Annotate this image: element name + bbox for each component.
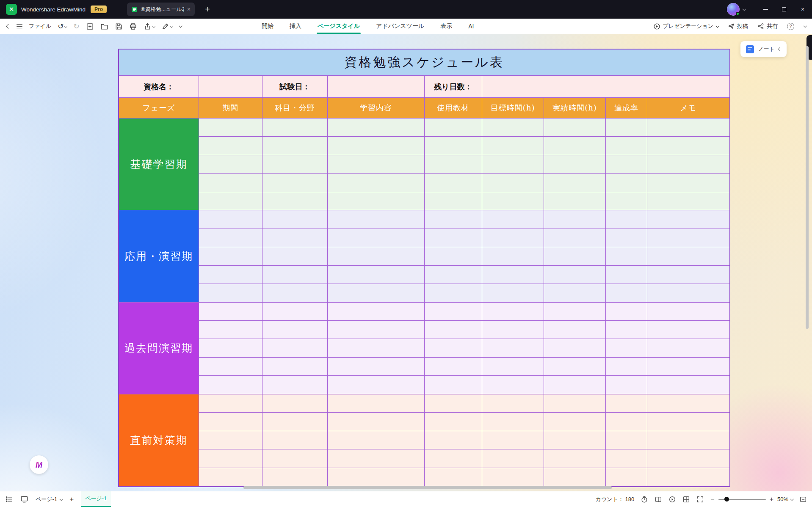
data-cell[interactable] [262,303,328,321]
data-cell[interactable] [544,358,606,376]
data-cell[interactable] [482,192,544,210]
data-cell[interactable] [328,229,425,247]
data-cell[interactable] [262,137,328,155]
phase-label-1[interactable]: 応用・演習期 [119,210,199,302]
data-cell[interactable] [606,192,647,210]
data-cell[interactable] [199,210,262,229]
fit-page-icon[interactable] [799,496,807,503]
data-cell[interactable] [328,247,425,265]
data-cell[interactable] [606,118,647,137]
fullscreen-icon[interactable] [696,496,704,503]
data-cell[interactable] [199,229,262,247]
data-cell[interactable] [647,229,729,247]
data-cell[interactable] [647,284,729,302]
data-cell[interactable] [328,174,425,192]
data-cell[interactable] [482,155,544,174]
data-cell[interactable] [482,394,544,413]
info-days-value[interactable] [482,76,729,98]
data-cell[interactable] [262,174,328,192]
data-cell[interactable] [199,394,262,413]
menu-view[interactable]: 表示 [440,19,452,34]
data-cell[interactable] [647,137,729,155]
data-cell[interactable] [606,174,647,192]
data-cell[interactable] [425,192,482,210]
data-cell[interactable] [606,449,647,468]
export-chevron-icon[interactable] [152,25,155,28]
data-cell[interactable] [199,247,262,265]
page-tab[interactable]: ページ-1 [81,491,111,507]
data-cell[interactable] [647,394,729,413]
hamburger-menu-icon[interactable] [17,24,22,29]
document-tab[interactable]: ⑧資格勉...ュール表 × [127,3,195,16]
new-page-button[interactable] [86,22,94,30]
data-cell[interactable] [482,247,544,265]
data-cell[interactable] [199,468,262,486]
data-cell[interactable] [606,358,647,376]
data-cell[interactable] [425,394,482,413]
data-cell[interactable] [425,137,482,155]
data-cell[interactable] [544,303,606,321]
help-button[interactable]: ? [787,23,794,30]
data-cell[interactable] [647,413,729,431]
menu-page-style[interactable]: ページスタイル [318,19,360,34]
data-cell[interactable] [482,449,544,468]
grid-view-icon[interactable] [682,496,690,503]
data-cell[interactable] [328,192,425,210]
data-cell[interactable] [482,468,544,486]
data-cell[interactable] [606,376,647,394]
data-cell[interactable] [544,210,606,229]
data-cell[interactable] [199,358,262,376]
data-cell[interactable] [606,413,647,431]
data-cell[interactable] [606,339,647,357]
data-cell[interactable] [262,376,328,394]
data-cell[interactable] [544,449,606,468]
data-cell[interactable] [544,192,606,210]
data-cell[interactable] [482,321,544,339]
slide-view-icon[interactable] [20,495,28,503]
data-cell[interactable] [482,431,544,449]
data-cell[interactable] [199,339,262,357]
zoom-out-button[interactable]: − [710,496,714,503]
data-cell[interactable] [328,284,425,302]
data-cell[interactable] [647,210,729,229]
add-page-button[interactable]: + [69,495,74,504]
data-cell[interactable] [328,321,425,339]
info-exam-value[interactable] [328,76,425,98]
data-cell[interactable] [425,247,482,265]
column-header-4[interactable]: 使用教材 [425,98,482,118]
data-cell[interactable] [425,468,482,486]
timer-icon[interactable] [641,496,648,503]
data-cell[interactable] [199,431,262,449]
info-exam-label[interactable]: 試験日： [262,76,328,98]
data-cell[interactable] [328,449,425,468]
zoom-level[interactable]: 50% [777,496,793,502]
data-cell[interactable] [482,339,544,357]
data-cell[interactable] [606,394,647,413]
data-cell[interactable] [199,137,262,155]
data-cell[interactable] [262,431,328,449]
maximize-button[interactable] [775,0,793,19]
data-cell[interactable] [544,394,606,413]
data-cell[interactable] [544,174,606,192]
data-cell[interactable] [606,321,647,339]
data-cell[interactable] [425,339,482,357]
data-cell[interactable] [606,247,647,265]
data-cell[interactable] [425,431,482,449]
data-cell[interactable] [647,321,729,339]
undo-button[interactable]: ↺ [58,22,67,31]
data-cell[interactable] [482,137,544,155]
data-cell[interactable] [328,413,425,431]
menu-advanced-tools[interactable]: アドバンスツール [376,19,424,34]
info-name-label[interactable]: 資格名： [119,76,199,98]
zoom-slider-thumb[interactable] [724,497,729,501]
print-button[interactable] [129,22,137,30]
data-cell[interactable] [199,155,262,174]
zoom-slider[interactable] [718,499,766,500]
data-cell[interactable] [328,118,425,137]
data-cell[interactable] [262,118,328,137]
data-cell[interactable] [544,229,606,247]
data-cell[interactable] [425,358,482,376]
data-cell[interactable] [425,321,482,339]
close-button[interactable]: × [793,0,812,19]
data-cell[interactable] [262,321,328,339]
